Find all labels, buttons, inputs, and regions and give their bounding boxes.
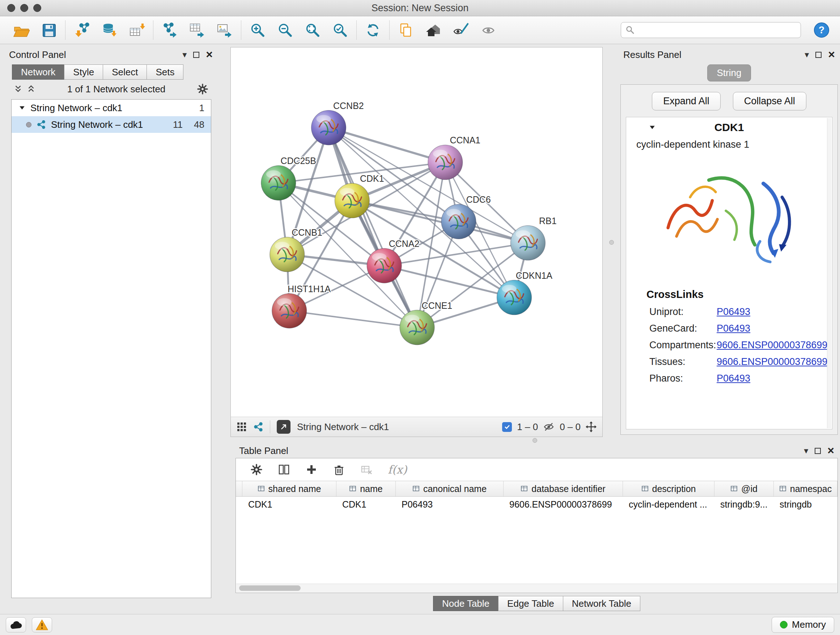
network-node-ccnb1[interactable]: [270, 237, 305, 272]
birds-eye-view-icon[interactable]: [237, 422, 247, 432]
column-header-shared-name[interactable]: shared name: [242, 481, 336, 496]
network-node-cdc6[interactable]: [441, 204, 476, 239]
save-session-icon[interactable]: [39, 20, 58, 40]
warning-button[interactable]: [32, 617, 52, 632]
column-header-database-identifier[interactable]: database identifier: [504, 481, 623, 496]
cell-id[interactable]: stringdb:9...: [714, 499, 774, 510]
cell-canonical-name[interactable]: P06493: [396, 499, 504, 510]
results-panel-close-icon[interactable]: ×: [828, 50, 835, 59]
cloud-status-button[interactable]: [6, 617, 26, 632]
crosslink-uniprot-link[interactable]: P06493: [717, 306, 750, 318]
results-panel-collapse-icon[interactable]: ▾: [805, 50, 809, 59]
results-scrollbar[interactable]: [827, 118, 831, 428]
search-box[interactable]: [621, 22, 801, 38]
control-panel-close-icon[interactable]: ×: [206, 50, 213, 59]
results-panel-float-icon[interactable]: [815, 52, 821, 58]
tab-network[interactable]: Network: [12, 65, 65, 80]
close-window-button[interactable]: [7, 4, 15, 12]
network-share-icon[interactable]: [253, 422, 264, 432]
crosslink-tissues-link[interactable]: 9606.ENSP00000378699: [717, 356, 827, 367]
expand-all-button[interactable]: Expand All: [652, 92, 721, 111]
control-panel-float-icon[interactable]: [193, 52, 199, 58]
network-edge[interactable]: [328, 128, 417, 328]
search-input[interactable]: [638, 23, 796, 37]
open-session-icon[interactable]: [11, 20, 31, 40]
network-node-cdk1[interactable]: [335, 183, 369, 218]
collapse-all-networks-icon[interactable]: [13, 84, 23, 94]
network-node-ccne1[interactable]: [400, 310, 434, 345]
show-annotations-icon[interactable]: [478, 20, 498, 40]
collection-expander-icon[interactable]: [19, 105, 25, 111]
network-node-ccna1[interactable]: [428, 145, 463, 180]
table-panel-close-icon[interactable]: ×: [827, 446, 834, 455]
network-edge[interactable]: [289, 311, 417, 328]
column-header-description[interactable]: description: [623, 481, 714, 496]
tab-string[interactable]: String: [707, 65, 752, 81]
refresh-icon[interactable]: [363, 20, 383, 40]
column-header-namespace[interactable]: namespac: [774, 481, 837, 496]
network-collection-row[interactable]: String Network – cdk1 1: [11, 100, 211, 116]
column-header-canonical-name[interactable]: canonical name: [396, 481, 504, 496]
network-node-cdc25b[interactable]: [261, 165, 296, 200]
collapse-all-button[interactable]: Collapse All: [733, 92, 806, 111]
column-header-name[interactable]: name: [336, 481, 396, 496]
network-edge[interactable]: [352, 201, 528, 243]
home-icon[interactable]: [424, 20, 443, 40]
crosslink-pharos-link[interactable]: P06493: [717, 373, 750, 384]
network-canvas[interactable]: CCNB2CCNA1CDC25BCDK1CDC6RB1CCNB1CCNA2CDK…: [231, 48, 602, 417]
show-columns-icon[interactable]: [278, 463, 290, 476]
hidden-eye-icon[interactable]: [543, 422, 554, 432]
import-network-file-icon[interactable]: [72, 20, 92, 40]
table-gear-icon[interactable]: [250, 463, 263, 476]
table-panel-float-icon[interactable]: [815, 448, 821, 454]
minimize-window-button[interactable]: [20, 4, 28, 12]
function-builder-icon[interactable]: f(x): [388, 463, 407, 476]
table-panel-collapse-icon[interactable]: ▾: [804, 447, 808, 455]
import-network-database-icon[interactable]: [99, 20, 119, 40]
scrollbar-thumb[interactable]: [239, 585, 301, 591]
add-column-icon[interactable]: [305, 463, 317, 476]
table-horizontal-scrollbar[interactable]: [236, 584, 837, 592]
export-table-icon[interactable]: [187, 20, 207, 40]
control-panel-collapse-icon[interactable]: ▾: [182, 50, 187, 59]
delete-column-icon[interactable]: [333, 463, 345, 476]
tab-edge-table[interactable]: Edge Table: [498, 596, 563, 611]
cell-description[interactable]: cyclin-dependent ...: [623, 499, 714, 510]
open-in-new-window-icon[interactable]: [277, 420, 291, 434]
tab-select[interactable]: Select: [103, 65, 147, 80]
hide-annotations-icon[interactable]: [451, 20, 471, 40]
network-node-hist1h1a[interactable]: [272, 294, 307, 328]
network-node-cdkn1a[interactable]: [497, 280, 532, 315]
copy-documents-icon[interactable]: [396, 20, 416, 40]
tab-style[interactable]: Style: [64, 65, 103, 80]
network-node-rb1[interactable]: [510, 226, 545, 260]
column-header-id[interactable]: @id: [714, 481, 774, 496]
zoom-out-icon[interactable]: [275, 20, 295, 40]
tab-network-table[interactable]: Network Table: [563, 596, 640, 611]
tab-sets[interactable]: Sets: [147, 65, 183, 80]
cell-name[interactable]: CDK1: [336, 499, 396, 510]
gene-collapse-icon[interactable]: [649, 125, 656, 130]
pan-move-icon[interactable]: [586, 421, 597, 432]
maximize-window-button[interactable]: [33, 4, 41, 12]
network-options-gear-icon[interactable]: [197, 83, 208, 95]
crosslink-genecard-link[interactable]: P06493: [717, 323, 750, 334]
cell-namespace[interactable]: stringdb: [774, 499, 837, 510]
cell-shared-name[interactable]: CDK1: [242, 499, 336, 510]
network-row[interactable]: String Network – cdk1 11 48: [11, 116, 211, 133]
export-image-icon[interactable]: [215, 20, 234, 40]
zoom-selected-icon[interactable]: [330, 20, 350, 40]
network-edge[interactable]: [328, 128, 445, 163]
expand-all-networks-icon[interactable]: [27, 84, 36, 94]
vertical-splitter[interactable]: [603, 47, 620, 437]
crosslink-compartments-link[interactable]: 9606.ENSP00000378699: [717, 340, 827, 351]
network-node-ccnb2[interactable]: [311, 111, 346, 145]
memory-button[interactable]: Memory: [772, 617, 834, 633]
cell-database-identifier[interactable]: 9606.ENSP00000378699: [504, 499, 623, 510]
network-node-ccna2[interactable]: [367, 249, 401, 283]
export-network-icon[interactable]: [160, 20, 180, 40]
horizontal-splitter[interactable]: [231, 437, 838, 443]
zoom-fit-icon[interactable]: [303, 20, 322, 40]
import-table-file-icon[interactable]: [127, 20, 147, 40]
zoom-in-icon[interactable]: [248, 20, 267, 40]
